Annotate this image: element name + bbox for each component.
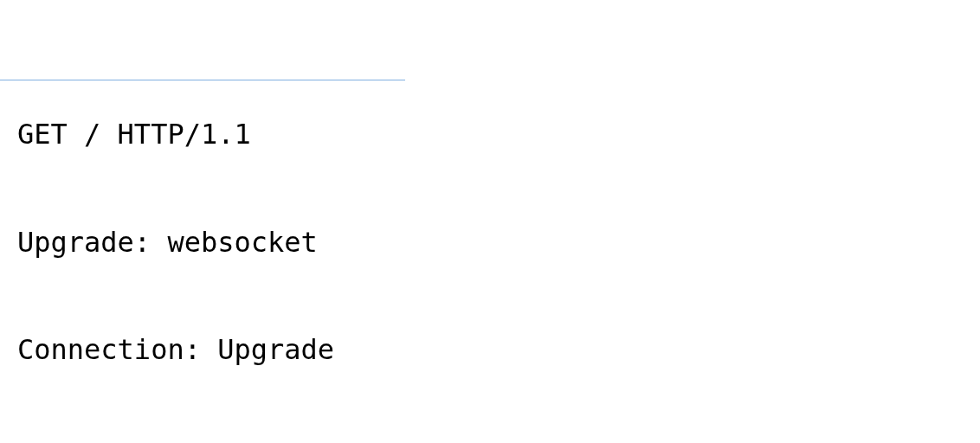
http-request-block: GET / HTTP/1.1 Upgrade: websocket Connec… xyxy=(0,0,980,443)
http-header-line: Connection: Upgrade xyxy=(17,332,963,369)
http-header-line: Upgrade: websocket xyxy=(17,225,963,261)
http-request-line: GET / HTTP/1.1 xyxy=(17,117,963,153)
underline-rule xyxy=(0,80,405,80)
